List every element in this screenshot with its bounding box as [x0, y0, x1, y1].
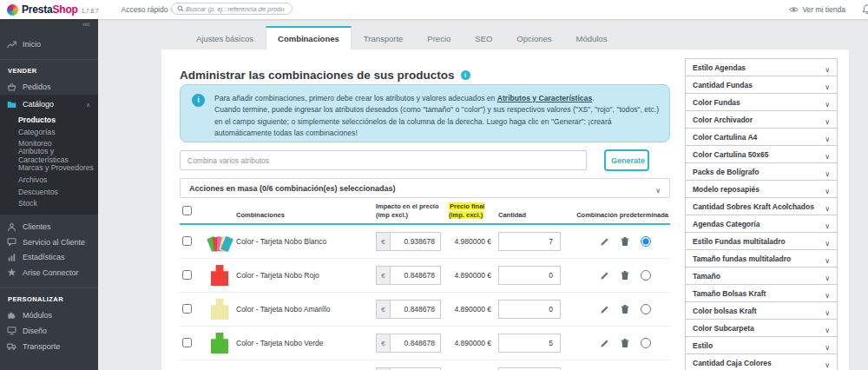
attribute-group-modelo-reposapies[interactable]: Modelo reposapiés [685, 180, 838, 198]
attribute-group-agendas-categoria[interactable]: Agendas Categoría [685, 215, 838, 233]
edit-icon[interactable] [600, 305, 609, 314]
sidebar-subitem-atributos-y-caracteristicas[interactable]: Atributos y Características [18, 149, 98, 162]
attribute-group-cantidad-caja-colores[interactable]: Cantidad Caja Colores [685, 353, 838, 370]
table-row: Color - Tarjeta Nobo Azul Claro € 4.9300… [180, 360, 670, 370]
chevron-down-icon [825, 320, 830, 336]
chevron-down-icon [825, 355, 830, 370]
tab-opciones[interactable]: Opciones [504, 26, 563, 50]
notification-icon[interactable] [862, 4, 868, 15]
product-thumbnail [208, 230, 231, 253]
sidebar-subitem-productos[interactable]: Productos [18, 114, 98, 126]
search-icon [177, 5, 184, 12]
attribute-group-cantidad-fundas[interactable]: Cantidad Fundas [685, 76, 838, 94]
sidebar-subitem-marcas-y-proveedores[interactable]: Marcas y Proveedores [18, 162, 98, 174]
default-combination-radio[interactable] [641, 304, 651, 314]
price-impact-input[interactable] [390, 334, 441, 353]
quantity-input[interactable] [498, 232, 561, 251]
quick-access-menu[interactable]: Acceso rápido [122, 5, 174, 14]
edit-icon[interactable] [600, 237, 609, 247]
sidebar-item-arise-connector[interactable]: Arise Connector [0, 265, 98, 281]
quantity-input[interactable] [498, 266, 561, 285]
quantity-input[interactable] [498, 300, 561, 319]
sidebar-item-servicio-al-cliente[interactable]: Servicio al Cliente [0, 235, 98, 250]
sidebar-item-diseno[interactable]: Diseño [0, 323, 98, 339]
sidebar-item-modulos[interactable]: Módulos [0, 307, 98, 323]
currency-prefix: € [376, 334, 390, 353]
price-impact-input[interactable] [390, 266, 441, 285]
attribute-group-tamano-fundas-multitaladro[interactable]: Tamaño fundas multitaladro [685, 249, 838, 268]
attributes-accordion: Estilo Agendas Cantidad Fundas Color Fun… [685, 59, 838, 370]
attribute-group-color-cartulina-a4[interactable]: Color Cartulina A4 [685, 128, 838, 146]
tab-modulos[interactable]: Módulos [564, 26, 620, 50]
attribute-group-estilo-fundas-multitaladro[interactable]: Estilo Fundas multitaladro [685, 232, 838, 250]
attribute-group-estilo[interactable]: Estilo [685, 336, 838, 354]
sidebar-item-pedidos[interactable]: Pedidos [0, 79, 98, 95]
attribute-group-color-archivador[interactable]: Color Archivador [685, 110, 838, 129]
sidebar-item-transporte[interactable]: Transporte [0, 339, 98, 354]
price-impact-input[interactable] [390, 300, 441, 319]
default-combination-radio[interactable] [641, 338, 651, 348]
currency-prefix: € [376, 266, 390, 285]
edit-icon[interactable] [600, 271, 609, 281]
combination-label: Color - Tarjeta Nobo Verde [236, 339, 376, 347]
prestashop-logo-icon [7, 4, 18, 16]
attribute-group-packs-de-boligrafo[interactable]: Packs de Bolígrafo [685, 162, 838, 181]
prestashop-logo[interactable]: PrestaShop 1.7.8.7 [7, 3, 99, 16]
attribute-group-estilo-agendas[interactable]: Estilo Agendas [685, 58, 838, 76]
tab-transporte[interactable]: Transporte [352, 26, 416, 50]
collapse-sidebar-icon[interactable] [82, 20, 89, 29]
tab-precio[interactable]: Precio [415, 26, 463, 50]
generate-button[interactable]: Generate [604, 149, 649, 171]
edit-icon[interactable] [600, 339, 609, 348]
row-checkbox[interactable] [182, 304, 192, 314]
view-shop-link[interactable]: Ver mi tienda [789, 5, 868, 14]
sidebar-subitem-descuentos[interactable]: Descuentos [18, 186, 98, 198]
attribute-group-tamano-bolsas-kraft[interactable]: Tamaño Bolsas Kraft [685, 284, 838, 302]
sidebar-subitem-categorias[interactable]: Categorías [18, 126, 98, 138]
sidebar-subitem-archivos[interactable]: Archivos [18, 174, 98, 186]
row-checkbox[interactable] [182, 338, 192, 347]
chevron-down-icon [825, 338, 830, 353]
row-checkbox[interactable] [182, 236, 192, 246]
sidebar-subitem-stock[interactable]: Stock [18, 198, 98, 210]
attribute-group-cantidad-sobres-kraft[interactable]: Cantidad Sobres Kraft Acolchados [685, 197, 838, 215]
delete-icon[interactable] [621, 236, 629, 247]
delete-icon[interactable] [621, 338, 629, 348]
default-combination-radio[interactable] [641, 270, 651, 281]
chevron-down-icon [825, 268, 830, 284]
attribute-group-color-subcarpeta[interactable]: Color Subcarpeta [685, 319, 838, 337]
delete-icon[interactable] [621, 270, 629, 281]
table-header: Combinaciones Impacto en el precio (imp … [180, 199, 670, 225]
row-checkbox[interactable] [182, 270, 192, 280]
sidebar-item-catalogo[interactable]: Catálogo [0, 95, 98, 114]
delete-icon[interactable] [621, 304, 629, 314]
attribute-group-color-fundas[interactable]: Color Fundas [685, 93, 838, 111]
bulk-actions-dropdown[interactable]: Acciones en masa (0/6 combinación(es) se… [180, 178, 670, 198]
combine-attributes-input[interactable] [180, 150, 587, 170]
select-all-checkbox[interactable] [182, 206, 192, 215]
eye-icon [789, 6, 799, 13]
tab-combinaciones[interactable]: Combinaciones [266, 26, 352, 50]
col-price-impact: Impacto en el precio (imp excl.) [376, 202, 449, 219]
tab-ajustes-basicos[interactable]: Ajustes básicos [184, 26, 266, 50]
search-input[interactable] [184, 4, 286, 14]
tab-seo[interactable]: SEO [463, 26, 504, 50]
attribute-group-color-cartulina-50x65[interactable]: Color Cartulina 50x65 [685, 145, 838, 163]
chevron-down-icon [825, 77, 830, 93]
price-impact-input[interactable] [390, 232, 441, 251]
stats-icon [7, 253, 16, 262]
combination-label: Color - Tarjeta Nobo Rojo [236, 271, 376, 280]
attribute-group-color-bolsas-kraft[interactable]: Color bolsas Kraft [685, 301, 838, 320]
default-combination-radio[interactable] [641, 236, 651, 247]
sidebar-item-clientes[interactable]: Clientes [0, 219, 98, 235]
sidebar-item-estadisticas[interactable]: Estadísticas [0, 250, 98, 266]
sidebar-item-inicio[interactable]: Inicio [0, 36, 98, 52]
catalog-submenu: Productos Categorías Monitoreo Atributos… [0, 114, 98, 209]
product-thumbnail [208, 366, 231, 370]
currency-prefix: € [376, 300, 390, 319]
help-icon[interactable]: i [461, 70, 470, 80]
quantity-input[interactable] [498, 334, 561, 353]
design-icon [7, 326, 16, 335]
attribute-group-tamano[interactable]: Tamaño [685, 267, 838, 285]
attributes-features-link[interactable]: Atributos y Características [497, 94, 592, 102]
